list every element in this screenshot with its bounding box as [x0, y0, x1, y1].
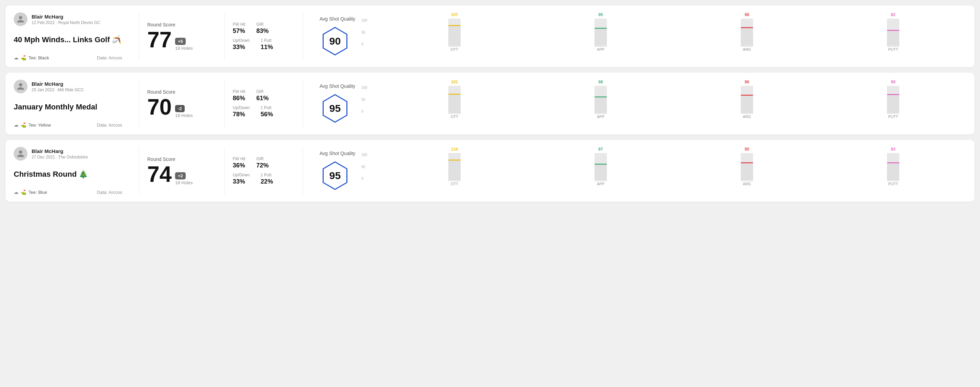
score-row: 77+518 Holes — [147, 29, 216, 51]
card-left-section: Blair McHarg27 Dec 2021 · The Oxfordshir… — [14, 147, 130, 195]
chart-value-label: 93 — [891, 147, 895, 152]
hex-score: 95 — [329, 170, 340, 181]
round-title: January Monthly Medal — [14, 103, 122, 111]
score-badge: +518 Holes — [175, 38, 192, 51]
hex-score: 90 — [329, 35, 340, 47]
stat-up-down: Up/Down33% — [233, 173, 250, 185]
stat-gir-label: GIR — [256, 89, 269, 94]
chart-value-label: 95 — [598, 12, 603, 17]
user-date: 27 Dec 2021 · The Oxfordshire — [32, 155, 88, 160]
user-info: Blair McHarg12 Feb 2022 · Royal North De… — [14, 12, 122, 26]
stat-up-down-value: 33% — [233, 44, 250, 51]
quality-label: Avg Shot Quality — [320, 16, 355, 22]
stat-fw-hit-label: FW Hit — [233, 89, 245, 94]
weather-icon: ☁ — [14, 122, 19, 128]
bar-chart: 100500107OTT95APP98ARG82PUTT — [371, 12, 966, 60]
stat-one-putt-label: 1 Putt — [261, 38, 273, 43]
stat-gir: GIR61% — [256, 89, 269, 102]
bottom-info: ☁ ⛳ Tee: BlueData: Arccos — [14, 189, 122, 195]
chart-value-label: 107 — [451, 12, 458, 17]
chart-group-arg: 98ARG — [674, 12, 820, 54]
stat-up-down-value: 33% — [233, 178, 250, 185]
stat-gir-label: GIR — [256, 157, 269, 161]
holes-label: 18 Holes — [175, 113, 192, 118]
chart-x-label: PUTT — [888, 182, 898, 186]
round-card: Blair McHarg29 Jan 2022 · Mill Ride GCCJ… — [5, 73, 975, 135]
quality-section: Avg Shot Quality90 — [311, 12, 363, 60]
stat-one-putt-label: 1 Putt — [261, 173, 273, 178]
user-info: Blair McHarg27 Dec 2021 · The Oxfordshir… — [14, 147, 122, 160]
chart-group-app: 95APP — [528, 12, 674, 54]
score-badge: -218 Holes — [175, 105, 192, 118]
stat-fw-hit: FW Hit86% — [233, 89, 245, 102]
stat-one-putt: 1 Putt22% — [261, 173, 273, 185]
chart-section: 100500110OTT87APP95ARG93PUTT — [363, 147, 966, 195]
chart-section: 100500107OTT95APP98ARG82PUTT — [363, 12, 966, 60]
user-info: Blair McHarg29 Jan 2022 · Mill Ride GCC — [14, 79, 122, 93]
stat-gir-value: 61% — [256, 95, 269, 102]
score-section: Round Score70-218 Holes — [147, 79, 216, 128]
stat-one-putt-label: 1 Putt — [261, 105, 273, 110]
bottom-info: ☁ ⛳ Tee: BlackData: Arccos — [14, 55, 122, 60]
chart-x-label: OTT — [451, 48, 458, 51]
score-number: 74 — [147, 163, 172, 185]
chart-x-label: OTT — [451, 182, 458, 186]
stats-row-1: FW Hit86%GIR61% — [233, 89, 294, 102]
score-section: Round Score74+218 Holes — [147, 147, 216, 195]
chart-x-label: APP — [597, 182, 605, 186]
score-number: 70 — [147, 96, 172, 118]
stat-fw-hit-value: 57% — [233, 27, 245, 35]
stat-up-down-label: Up/Down — [233, 173, 250, 178]
data-source: Data: Arccos — [97, 190, 122, 195]
chart-group-arg: 95ARG — [674, 147, 820, 188]
stat-fw-hit-value: 36% — [233, 162, 245, 169]
chart-value-label: 101 — [451, 79, 458, 84]
chart-value-label: 110 — [451, 147, 458, 152]
chart-section: 100500101OTT86APP96ARG99PUTT — [363, 79, 966, 128]
round-card: Blair McHarg27 Dec 2021 · The Oxfordshir… — [5, 140, 975, 202]
tee-label: Tee: Black — [29, 55, 49, 60]
golf-bag-icon: ⛳ — [21, 189, 26, 195]
score-diff-badge: -2 — [175, 105, 185, 112]
chart-group-ott: 107OTT — [381, 12, 528, 54]
score-diff-badge: +2 — [175, 172, 186, 179]
chart-group-putt: 93PUTT — [820, 147, 966, 188]
stat-fw-hit: FW Hit57% — [233, 22, 245, 35]
stats-row-2: Up/Down33%1 Putt11% — [233, 38, 294, 51]
stats-section: FW Hit57%GIR83%Up/Down33%1 Putt11% — [233, 12, 294, 60]
tee-label: Tee: Yellow — [29, 122, 51, 128]
chart-group-app: 87APP — [528, 147, 674, 188]
user-name: Blair McHarg — [32, 14, 100, 19]
chart-x-label: APP — [597, 48, 605, 51]
weather-icon: ☁ — [14, 55, 19, 60]
golf-bag-icon: ⛳ — [21, 122, 26, 128]
chart-value-label: 99 — [891, 79, 895, 84]
quality-label: Avg Shot Quality — [320, 83, 355, 89]
stat-one-putt: 1 Putt11% — [261, 38, 273, 51]
bottom-info: ☁ ⛳ Tee: YellowData: Arccos — [14, 122, 122, 128]
user-date: 29 Jan 2022 · Mill Ride GCC — [32, 87, 84, 92]
golf-bag-icon: ⛳ — [21, 55, 26, 60]
chart-x-label: ARG — [743, 114, 751, 119]
avatar — [14, 12, 27, 26]
stats-row-2: Up/Down33%1 Putt22% — [233, 173, 294, 185]
stat-gir-value: 83% — [256, 27, 269, 35]
chart-value-label: 95 — [745, 147, 749, 152]
stat-one-putt: 1 Putt56% — [261, 105, 273, 118]
avatar — [14, 79, 27, 93]
score-row: 74+218 Holes — [147, 163, 216, 185]
bar-chart: 100500101OTT86APP96ARG99PUTT — [371, 79, 966, 128]
chart-group-ott: 101OTT — [381, 79, 528, 121]
chart-x-label: ARG — [743, 48, 751, 51]
stat-up-down-label: Up/Down — [233, 105, 250, 110]
card-left-section: Blair McHarg29 Jan 2022 · Mill Ride GCCJ… — [14, 79, 130, 128]
hex-score: 95 — [329, 103, 340, 114]
stat-one-putt-value: 22% — [261, 178, 273, 185]
chart-x-label: PUTT — [888, 114, 898, 119]
weather-icon: ☁ — [14, 189, 19, 195]
chart-group-ott: 110OTT — [381, 147, 528, 188]
score-badge: +218 Holes — [175, 172, 192, 185]
chart-group-arg: 96ARG — [674, 79, 820, 121]
chart-value-label: 86 — [598, 79, 603, 84]
chart-value-label: 87 — [598, 147, 603, 152]
